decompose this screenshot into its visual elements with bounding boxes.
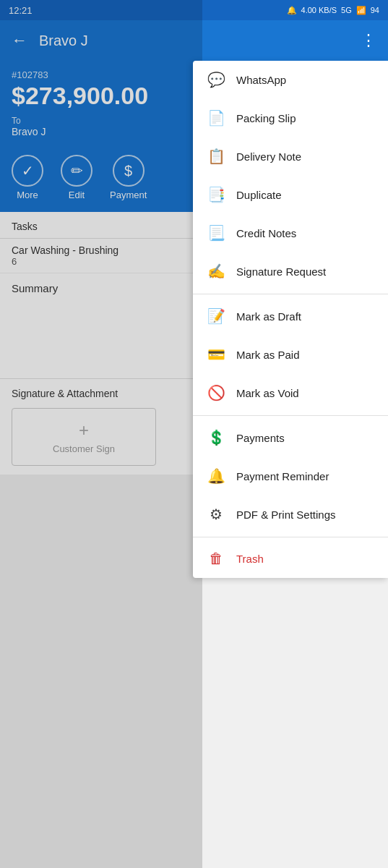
credit-notes-icon: 📃: [207, 224, 225, 242]
menu-item-whatsapp[interactable]: 💬 WhatsApp: [193, 61, 388, 99]
trash-icon: 🗑: [207, 550, 225, 567]
menu-label-mark-as-draft: Mark as Draft: [236, 310, 301, 323]
menu-label-duplicate: Duplicate: [236, 189, 282, 201]
menu-item-trash[interactable]: 🗑 Trash: [193, 540, 388, 578]
menu-divider-3: [193, 537, 388, 537]
menu-item-payments[interactable]: 💲 Payments: [193, 419, 388, 457]
duplicate-icon: 📑: [207, 186, 225, 203]
menu-label-signature-request: Signature Request: [236, 265, 326, 278]
menu-item-mark-as-draft[interactable]: 📝 Mark as Draft: [193, 297, 388, 336]
menu-item-duplicate[interactable]: 📑 Duplicate: [193, 176, 388, 214]
pdf-print-icon: ⚙: [207, 506, 225, 523]
dropdown-overlay: 💬 WhatsApp 📄 Packing Slip 📋 Delivery Not…: [0, 0, 388, 868]
menu-label-packing-slip: Packing Slip: [236, 112, 296, 124]
menu-divider-2: [193, 415, 388, 416]
delivery-note-icon: 📋: [207, 148, 225, 165]
menu-item-signature-request[interactable]: ✍ Signature Request: [193, 252, 388, 291]
menu-item-mark-as-paid[interactable]: 💳 Mark as Paid: [193, 336, 388, 374]
menu-label-trash: Trash: [236, 553, 264, 565]
menu-item-delivery-note[interactable]: 📋 Delivery Note: [193, 137, 388, 176]
menu-label-pdf-print: PDF & Print Settings: [236, 509, 336, 521]
menu-item-mark-as-void[interactable]: 🚫 Mark as Void: [193, 374, 388, 412]
menu-label-payment-reminder: Payment Reminder: [236, 470, 329, 482]
mark-void-icon: 🚫: [207, 384, 225, 401]
whatsapp-icon: 💬: [207, 71, 225, 88]
payment-reminder-icon: 🔔: [207, 467, 225, 485]
context-menu: 💬 WhatsApp 📄 Packing Slip 📋 Delivery Not…: [193, 61, 388, 578]
menu-item-credit-notes[interactable]: 📃 Credit Notes: [193, 214, 388, 252]
menu-item-payment-reminder[interactable]: 🔔 Payment Reminder: [193, 457, 388, 495]
packing-slip-icon: 📄: [207, 109, 225, 127]
dropdown-backdrop[interactable]: [0, 0, 202, 868]
menu-label-mark-as-paid: Mark as Paid: [236, 349, 300, 361]
payments-icon: 💲: [207, 429, 225, 446]
menu-item-pdf-print[interactable]: ⚙ PDF & Print Settings: [193, 495, 388, 534]
menu-label-whatsapp: WhatsApp: [236, 74, 286, 86]
menu-divider-1: [193, 294, 388, 294]
menu-label-mark-as-void: Mark as Void: [236, 387, 299, 399]
signature-request-icon: ✍: [207, 263, 225, 280]
menu-label-credit-notes: Credit Notes: [236, 227, 296, 239]
mark-draft-icon: 📝: [207, 307, 225, 325]
menu-label-delivery-note: Delivery Note: [236, 150, 301, 163]
menu-item-packing-slip[interactable]: 📄 Packing Slip: [193, 99, 388, 137]
menu-label-payments: Payments: [236, 432, 285, 444]
mark-paid-icon: 💳: [207, 346, 225, 363]
